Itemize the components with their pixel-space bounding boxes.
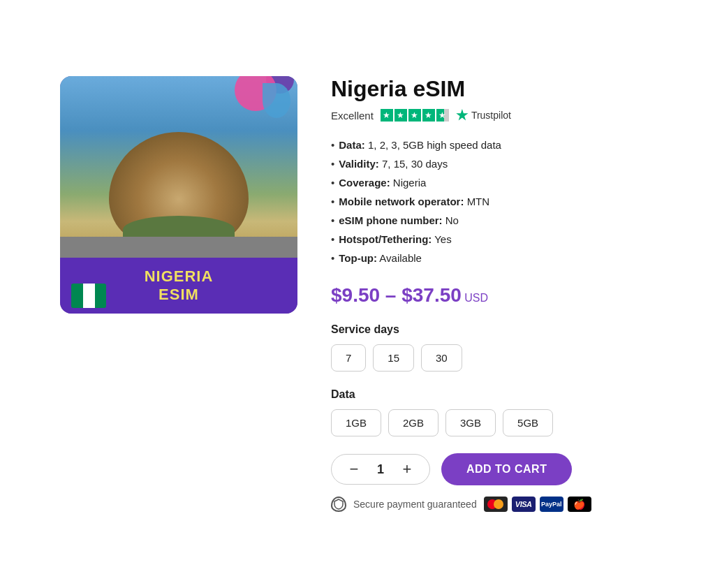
quantity-decrease-button[interactable]: − xyxy=(346,462,362,477)
rock-formation xyxy=(109,132,249,244)
shield-icon xyxy=(331,497,346,512)
flag-center xyxy=(83,284,95,308)
flag-right xyxy=(95,284,107,308)
banner-text: NIGERIA ESIM xyxy=(145,267,214,304)
road xyxy=(60,237,297,258)
data-options-group: 1GB 2GB 3GB 5GB xyxy=(331,409,655,436)
star-3: ★ xyxy=(408,109,421,122)
service-day-7[interactable]: 7 xyxy=(331,344,366,372)
feature-list: • Data: 1, 2, 3, 5GB high speed data • V… xyxy=(331,135,655,267)
star-5-half: ★ xyxy=(436,109,449,122)
product-details: Nigeria eSIM Excellent ★ ★ ★ ★ ★ Trustpi… xyxy=(331,76,655,512)
mastercard-icon xyxy=(484,497,508,512)
apple-pay-icon: 🍎 xyxy=(568,497,591,512)
trustpilot-star-icon xyxy=(456,109,469,122)
product-banner: NIGERIA ESIM xyxy=(60,258,297,314)
service-days-label: Service days xyxy=(331,323,655,336)
star-1: ★ xyxy=(381,109,393,122)
quantity-control: − 1 + xyxy=(331,454,430,485)
feature-phone-number: • eSIM phone number: No xyxy=(331,211,655,230)
data-option-5gb[interactable]: 5GB xyxy=(503,409,553,436)
star-2: ★ xyxy=(395,109,407,122)
quantity-increase-button[interactable]: + xyxy=(399,462,415,477)
feature-validity: • Validity: 7, 15, 30 days xyxy=(331,154,655,173)
trustpilot-name: Trustpilot xyxy=(471,110,511,121)
trustpilot-stars: ★ ★ ★ ★ ★ xyxy=(381,109,449,122)
service-days-group: 7 15 30 xyxy=(331,344,655,372)
payment-icons: VISA PayPal 🍎 xyxy=(484,497,591,512)
trustpilot-row: Excellent ★ ★ ★ ★ ★ Trustpilot xyxy=(331,109,655,122)
price-currency: USD xyxy=(462,292,488,304)
feature-coverage: • Coverage: Nigeria xyxy=(331,173,655,192)
deco-blue xyxy=(263,83,290,118)
feature-data: • Data: 1, 2, 3, 5GB high speed data xyxy=(331,135,655,154)
product-image-card: NIGERIA ESIM xyxy=(60,76,297,314)
trustpilot-logo: Trustpilot xyxy=(456,109,511,122)
trustpilot-label: Excellent xyxy=(331,110,374,122)
flag-left xyxy=(71,284,83,308)
product-title: Nigeria eSIM xyxy=(331,76,655,102)
price-min: $9.50 xyxy=(331,284,380,306)
secure-payment-label: Secure payment guaranteed xyxy=(353,499,477,510)
data-option-2gb[interactable]: 2GB xyxy=(388,409,438,436)
data-option-3gb[interactable]: 3GB xyxy=(445,409,496,436)
service-day-15[interactable]: 15 xyxy=(373,344,414,372)
secure-payment-row: Secure payment guaranteed VISA PayPal 🍎 xyxy=(331,497,655,512)
data-label: Data xyxy=(331,388,655,401)
visa-icon: VISA xyxy=(512,497,536,512)
product-image-section: NIGERIA ESIM xyxy=(60,76,297,314)
feature-topup: • Top-up: Available xyxy=(331,249,655,267)
nigeria-flag xyxy=(71,284,106,308)
star-4: ★ xyxy=(422,109,435,122)
quantity-value: 1 xyxy=(374,462,388,477)
feature-hotspot: • Hotspot/Tethering: Yes xyxy=(331,230,655,249)
feature-network: • Mobile network operator: MTN xyxy=(331,192,655,211)
product-page: NIGERIA ESIM Nigeria eSIM Excellent ★ ★ … xyxy=(43,48,672,540)
price-range: $9.50 – $37.50 USD xyxy=(331,284,655,307)
service-day-30[interactable]: 30 xyxy=(421,344,462,372)
product-photo xyxy=(60,76,297,258)
add-to-cart-button[interactable]: ADD TO CART xyxy=(441,453,572,485)
cart-row: − 1 + ADD TO CART xyxy=(331,453,655,485)
paypal-icon: PayPal xyxy=(540,497,563,512)
price-max: $37.50 xyxy=(401,284,462,306)
data-option-1gb[interactable]: 1GB xyxy=(331,409,381,436)
